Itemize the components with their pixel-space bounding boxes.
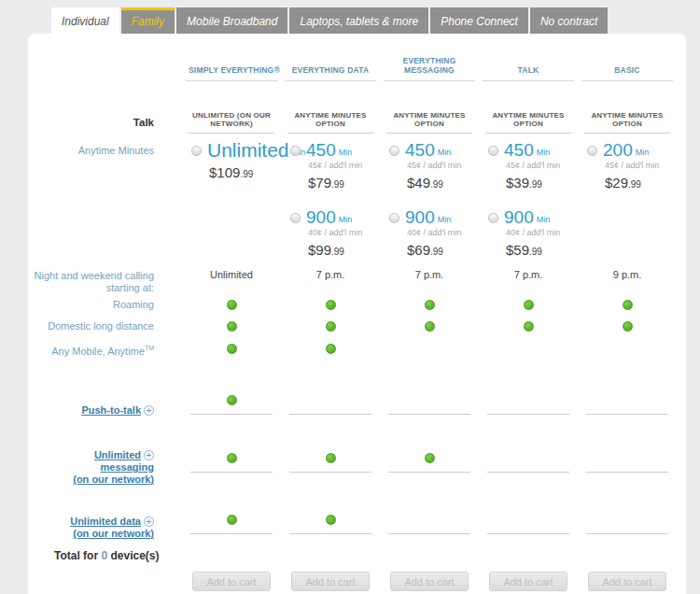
minutes-value: 450 xyxy=(504,141,534,160)
plan-header-talk: TALK xyxy=(483,65,574,81)
plan-comparison-panel: SIMPLY EVERYTHING® EVERYTHING DATA EVERY… xyxy=(28,34,686,594)
add-to-cart-button-everything-data[interactable]: Add to cart xyxy=(291,572,370,591)
addl-minute-rate: 45¢ / add'l min xyxy=(407,161,479,170)
night-weekend-value: 7 p.m. xyxy=(380,269,479,294)
plan-option-talk-900: 900 Min 40¢ / add'l min $59.99 xyxy=(479,208,578,258)
addl-minute-rate: 45¢ / add'l min xyxy=(605,161,677,170)
radio-button[interactable] xyxy=(290,146,301,156)
minutes-value: 200 xyxy=(603,141,633,160)
divider xyxy=(289,414,371,415)
expand-plus-icon[interactable]: + xyxy=(144,405,154,416)
domestic-long-distance-row: Domestic long distance xyxy=(28,316,686,337)
divider xyxy=(388,533,470,534)
feature-included-dot xyxy=(227,395,237,405)
push-to-talk-link[interactable]: Push-to-talk+ xyxy=(28,404,182,417)
talk-option-header: ANYTIME MINUTES OPTION xyxy=(485,111,571,134)
addl-minute-rate: 45¢ / add'l min xyxy=(506,161,578,170)
plan-price: $99.99 xyxy=(308,242,380,258)
radio-button[interactable] xyxy=(389,146,399,156)
feature-included-dot xyxy=(524,300,534,310)
feature-included-dot xyxy=(227,321,237,332)
domestic-long-distance-label: Domestic long distance xyxy=(28,316,182,337)
feature-included-dot xyxy=(425,321,435,332)
feature-included-dot xyxy=(326,300,336,310)
plan-header-basic: BASIC xyxy=(581,65,673,81)
minutes-value: 450 xyxy=(405,141,435,160)
plan-price: $79.99 xyxy=(308,175,380,191)
minutes-unit: Min xyxy=(636,148,650,157)
plan-option-everything-messaging-900: 900 Min 40¢ / add'l min $69.99 xyxy=(380,208,479,258)
minutes-option1-row: Anytime Minutes Unlimited Min $109.99 45… xyxy=(28,141,686,199)
talk-option-header: ANYTIME MINUTES OPTION xyxy=(584,111,670,134)
feature-included-dot xyxy=(227,453,237,463)
plan-option-everything-data: 450 Min 45¢ / add'l min $79.99 xyxy=(281,141,380,199)
device-count: 0 xyxy=(101,549,107,562)
total-devices-text: Total for 0 device(s) xyxy=(28,549,686,562)
minutes-value: Unlimited xyxy=(207,141,289,160)
talk-option-header: ANYTIME MINUTES OPTION xyxy=(287,111,373,134)
radio-button[interactable] xyxy=(191,146,202,156)
feature-included-dot xyxy=(326,515,336,525)
night-weekend-value: 9 p.m. xyxy=(578,269,677,294)
total-row: Total for 0 device(s) xyxy=(28,549,686,562)
plan-price: $39.99 xyxy=(506,175,578,191)
minutes-value: 900 xyxy=(504,208,534,227)
spacer xyxy=(28,572,182,591)
minutes-unit: Min xyxy=(537,148,551,157)
unlimited-messaging-row: Unlimited+ messaging (on our network) xyxy=(28,428,686,473)
divider xyxy=(388,472,470,473)
tab-mobile-broadband[interactable]: Mobile Broadband xyxy=(176,7,287,34)
tab-laptops-tablets[interactable]: Laptops, tablets & more xyxy=(289,7,428,34)
night-weekend-label: Night and weekend calling starting at: xyxy=(28,269,182,294)
talk-option-headers-row: Talk UNLIMITED (ON OUR NETWORK) ANYTIME … xyxy=(28,111,686,134)
plan-header-everything-messaging: EVERYTHING MESSAGING xyxy=(384,56,475,81)
talk-option-header: UNLIMITED (ON OUR NETWORK) xyxy=(189,111,274,134)
plan-price: $59.99 xyxy=(506,242,578,258)
unlimited-data-link[interactable]: Unlimited data+ (on our network) xyxy=(28,516,182,540)
tab-no-contract[interactable]: No contract xyxy=(530,7,608,34)
expand-plus-icon[interactable]: + xyxy=(144,516,154,527)
minutes-option2-row: 900 Min 40¢ / add'l min $99.99 900 Min 4… xyxy=(28,208,686,258)
minutes-unit: Min xyxy=(438,148,452,157)
add-to-cart-button-basic[interactable]: Add to cart xyxy=(588,572,666,591)
divider xyxy=(289,472,371,473)
anytime-minutes-label: Anytime Minutes xyxy=(28,141,182,199)
radio-button[interactable] xyxy=(290,213,301,223)
talk-section-label: Talk xyxy=(28,117,182,134)
tab-family[interactable]: Family xyxy=(121,7,175,34)
plan-option-talk: 450 Min 45¢ / add'l min $39.99 xyxy=(479,141,578,199)
empty-cell xyxy=(182,208,281,258)
tab-phone-connect[interactable]: Phone Connect xyxy=(430,7,528,34)
divider xyxy=(586,533,668,534)
night-weekend-value: 7 p.m. xyxy=(479,269,578,294)
empty-cell xyxy=(578,208,677,258)
plan-option-simply-everything: Unlimited Min $109.99 xyxy=(182,141,281,199)
plan-header-everything-data: EVERYTHING DATA xyxy=(285,65,376,81)
addl-minute-rate: 40¢ / add'l min xyxy=(506,228,578,237)
plan-names-row: SIMPLY EVERYTHING® EVERYTHING DATA EVERY… xyxy=(28,56,686,81)
radio-button[interactable] xyxy=(488,146,498,156)
radio-button[interactable] xyxy=(488,213,498,223)
add-to-cart-button-talk[interactable]: Add to cart xyxy=(489,572,567,591)
feature-included-dot xyxy=(326,321,336,332)
feature-included-dot xyxy=(524,321,534,332)
plan-option-everything-data-900: 900 Min 40¢ / add'l min $99.99 xyxy=(281,208,380,258)
divider xyxy=(586,472,668,473)
plan-price: $49.99 xyxy=(407,175,479,191)
unlimited-messaging-link[interactable]: Unlimited+ messaging (on our network) xyxy=(28,449,182,486)
divider xyxy=(487,472,569,473)
plan-category-tabs: Individual Family Mobile Broadband Lapto… xyxy=(51,7,608,36)
tab-individual[interactable]: Individual xyxy=(51,7,119,36)
addl-minute-rate: 40¢ / add'l min xyxy=(407,228,479,237)
add-to-cart-button-simply-everything[interactable]: Add to cart xyxy=(192,572,271,591)
night-weekend-row: Night and weekend calling starting at: U… xyxy=(28,269,686,294)
roaming-label: Roaming xyxy=(28,294,182,316)
add-to-cart-button-everything-messaging[interactable]: Add to cart xyxy=(390,572,469,591)
radio-button[interactable] xyxy=(587,146,597,156)
talk-option-header: ANYTIME MINUTES OPTION xyxy=(386,111,472,134)
addl-minute-rate: 40¢ / add'l min xyxy=(308,228,380,237)
radio-button[interactable] xyxy=(389,213,399,223)
expand-plus-icon[interactable]: + xyxy=(144,450,154,460)
divider xyxy=(190,533,273,534)
plan-price: $29.99 xyxy=(605,175,677,191)
